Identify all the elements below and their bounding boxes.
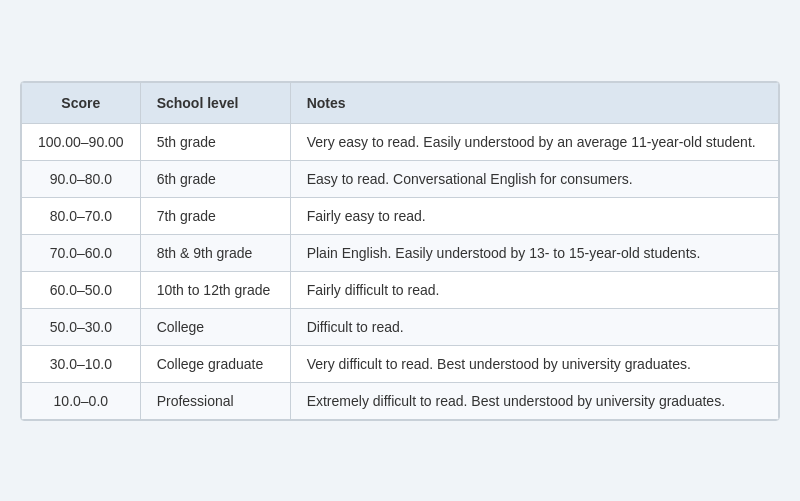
- cell-level: 6th grade: [140, 160, 290, 197]
- table-row: 10.0–0.0ProfessionalExtremely difficult …: [22, 382, 779, 419]
- cell-level: 5th grade: [140, 123, 290, 160]
- cell-score: 70.0–60.0: [22, 234, 141, 271]
- table-row: 100.00–90.005th gradeVery easy to read. …: [22, 123, 779, 160]
- cell-score: 100.00–90.00: [22, 123, 141, 160]
- cell-notes: Easy to read. Conversational English for…: [290, 160, 778, 197]
- table-row: 70.0–60.08th & 9th gradePlain English. E…: [22, 234, 779, 271]
- table-row: 90.0–80.06th gradeEasy to read. Conversa…: [22, 160, 779, 197]
- table-row: 50.0–30.0CollegeDifficult to read.: [22, 308, 779, 345]
- readability-table: Score School level Notes 100.00–90.005th…: [21, 82, 779, 420]
- cell-notes: Difficult to read.: [290, 308, 778, 345]
- table-row: 80.0–70.07th gradeFairly easy to read.: [22, 197, 779, 234]
- cell-level: 8th & 9th grade: [140, 234, 290, 271]
- cell-notes: Extremely difficult to read. Best unders…: [290, 382, 778, 419]
- cell-level: College graduate: [140, 345, 290, 382]
- readability-table-container: Score School level Notes 100.00–90.005th…: [20, 81, 780, 421]
- cell-score: 80.0–70.0: [22, 197, 141, 234]
- cell-level: 10th to 12th grade: [140, 271, 290, 308]
- table-row: 60.0–50.010th to 12th gradeFairly diffic…: [22, 271, 779, 308]
- cell-level: College: [140, 308, 290, 345]
- header-level: School level: [140, 82, 290, 123]
- table-header-row: Score School level Notes: [22, 82, 779, 123]
- cell-notes: Very difficult to read. Best understood …: [290, 345, 778, 382]
- table-row: 30.0–10.0College graduateVery difficult …: [22, 345, 779, 382]
- header-notes: Notes: [290, 82, 778, 123]
- cell-level: 7th grade: [140, 197, 290, 234]
- cell-score: 60.0–50.0: [22, 271, 141, 308]
- cell-notes: Very easy to read. Easily understood by …: [290, 123, 778, 160]
- header-score: Score: [22, 82, 141, 123]
- cell-score: 10.0–0.0: [22, 382, 141, 419]
- cell-level: Professional: [140, 382, 290, 419]
- cell-score: 90.0–80.0: [22, 160, 141, 197]
- cell-score: 30.0–10.0: [22, 345, 141, 382]
- cell-score: 50.0–30.0: [22, 308, 141, 345]
- cell-notes: Fairly difficult to read.: [290, 271, 778, 308]
- cell-notes: Fairly easy to read.: [290, 197, 778, 234]
- cell-notes: Plain English. Easily understood by 13- …: [290, 234, 778, 271]
